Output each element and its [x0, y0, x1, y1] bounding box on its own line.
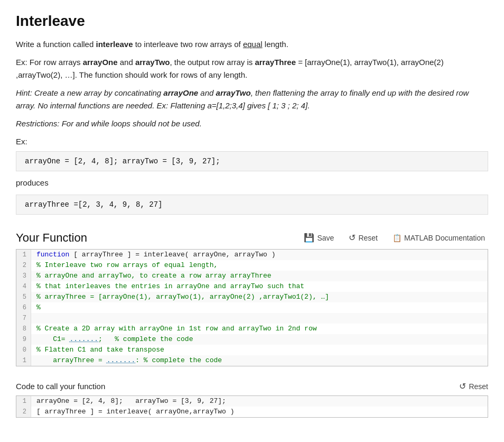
- reset-icon: ↺: [349, 233, 356, 243]
- desc-line1: Write a function called interleave to in…: [16, 38, 488, 51]
- code-line-1: 1 function [ arrayThree ] = interleave( …: [16, 250, 488, 260]
- reset-button[interactable]: ↺ Reset: [346, 231, 381, 245]
- page-title: Interleave: [16, 13, 488, 30]
- call-reset-icon: ↺: [459, 381, 466, 391]
- code-line-10: 0 % Flatten C1 and take transpose: [16, 345, 488, 355]
- call-reset-button[interactable]: ↺ Reset: [459, 381, 488, 391]
- code-line-11: 1 arrayThree = .......: % complete the c…: [16, 355, 488, 366]
- code-line-8: 8 % Create a 2D array with arrayOne in 1…: [16, 324, 488, 334]
- desc-hint: Hint: Create a new array by concatinatin…: [16, 87, 488, 112]
- desc-restrictions: Restrictions: For and while loops should…: [16, 117, 488, 130]
- code-line-7: 7: [16, 313, 488, 324]
- code-line-9: 9 C1= .......; % complete the code: [16, 334, 488, 345]
- call-code-line-2: 2 [ arrayThree ] = interleave( arrayOne,…: [16, 407, 488, 417]
- result-code-block: arrayThree =[2, 3, 4, 9, 8, 27]: [16, 195, 488, 215]
- code-line-2: 2 % Interleave two row arrays of equal l…: [16, 260, 488, 271]
- code-line-3: 3 % arrayOne and arrayTwo, to create a r…: [16, 271, 488, 281]
- save-button[interactable]: 💾 Save: [301, 231, 337, 245]
- your-function-title: Your Function: [16, 231, 87, 245]
- your-function-section: Your Function 💾 Save ↺ Reset 📋 MATLAB Do…: [16, 231, 488, 366]
- ex-label: Ex:: [16, 135, 488, 148]
- call-function-title: Code to call your function: [16, 382, 105, 391]
- toolbar: 💾 Save ↺ Reset 📋 MATLAB Documentation: [301, 231, 488, 245]
- call-code-editor[interactable]: 1 arrayOne = [2, 4, 8]; arrayTwo = [3, 9…: [16, 395, 488, 418]
- produces-label: produces: [16, 177, 488, 189]
- matlab-doc-button[interactable]: 📋 MATLAB Documentation: [389, 232, 488, 244]
- call-function-section: Code to call your function ↺ Reset: [16, 381, 488, 391]
- example-code-block: arrayOne = [2, 4, 8]; arrayTwo = [3, 9, …: [16, 151, 488, 171]
- description-section: Write a function called interleave to in…: [16, 38, 488, 215]
- save-icon: 💾: [304, 233, 314, 243]
- code-line-4: 4 % that interleaves the entries in arra…: [16, 281, 488, 292]
- doc-icon: 📋: [393, 234, 402, 242]
- desc-line2: Ex: For row arrays arrayOne and arrayTwo…: [16, 56, 488, 81]
- your-function-header: Your Function 💾 Save ↺ Reset 📋 MATLAB Do…: [16, 231, 488, 245]
- code-line-6: 6 %: [16, 302, 488, 313]
- code-line-5: 5 % arrayThree = [arrayOne(1), arrayTwo(…: [16, 292, 488, 302]
- code-editor[interactable]: 1 function [ arrayThree ] = interleave( …: [16, 249, 488, 366]
- call-code-line-1: 1 arrayOne = [2, 4, 8]; arrayTwo = [3, 9…: [16, 396, 488, 407]
